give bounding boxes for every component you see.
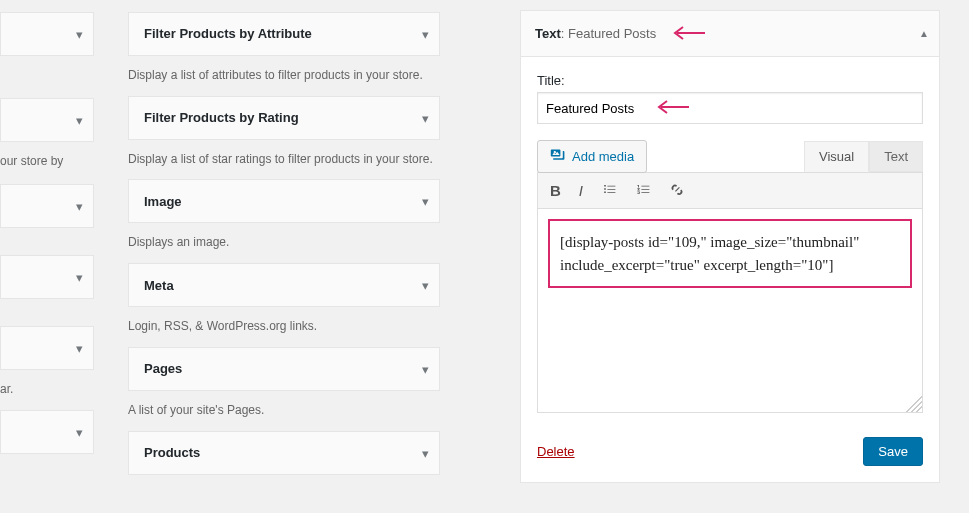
chevron-down-icon: ▾ xyxy=(76,198,83,213)
widget-panel-header[interactable]: Text: Featured Posts ▲ xyxy=(520,10,940,56)
save-button[interactable]: Save xyxy=(863,437,923,466)
chevron-down-icon: ▾ xyxy=(76,269,83,284)
title-label: Title: xyxy=(537,73,923,88)
widget-item-truncated[interactable]: ▾ xyxy=(0,12,94,56)
widget-products[interactable]: Products ▾ xyxy=(128,431,440,475)
widget-desc-truncated xyxy=(0,307,94,326)
resize-handle[interactable] xyxy=(906,396,922,412)
chevron-down-icon: ▾ xyxy=(422,194,429,209)
widget-pages[interactable]: Pages ▾ xyxy=(128,347,440,391)
widget-image[interactable]: Image ▾ xyxy=(128,179,440,223)
chevron-down-icon: ▾ xyxy=(422,278,429,293)
widget-desc: Display a list of star ratings to filter… xyxy=(128,148,440,180)
annotation-arrow-icon xyxy=(671,23,705,46)
chevron-down-icon: ▾ xyxy=(76,340,83,355)
media-icon xyxy=(550,147,566,166)
widget-item-truncated[interactable]: ▾ xyxy=(0,410,94,454)
title-input[interactable] xyxy=(537,92,923,124)
chevron-down-icon: ▾ xyxy=(76,26,83,41)
panel-header-title: : Featured Posts xyxy=(561,26,656,41)
widget-desc: Display a list of attributes to filter p… xyxy=(128,64,440,96)
widget-title: Pages xyxy=(144,361,182,376)
widget-title: Image xyxy=(144,194,182,209)
link-button[interactable] xyxy=(669,181,685,200)
annotation-highlight: [display-posts id="109," image_size="thu… xyxy=(548,219,912,288)
widget-desc xyxy=(128,0,440,12)
widget-desc: A list of your site's Pages. xyxy=(128,399,440,431)
widget-filter-attribute[interactable]: Filter Products by Attribute ▾ xyxy=(128,12,440,56)
widget-desc-truncated: our store by xyxy=(0,150,94,184)
widget-desc: Displays an image. xyxy=(128,231,440,263)
delete-link[interactable]: Delete xyxy=(537,444,575,459)
widget-item-truncated[interactable]: ▾ xyxy=(0,184,94,228)
chevron-down-icon: ▾ xyxy=(422,26,429,41)
widget-filter-rating[interactable]: Filter Products by Rating ▾ xyxy=(128,96,440,140)
widget-title: Products xyxy=(144,445,200,460)
widget-title: Meta xyxy=(144,278,174,293)
widget-item-truncated[interactable]: ▾ xyxy=(0,255,94,299)
widget-desc-truncated: ar. xyxy=(0,378,94,410)
chevron-down-icon: ▾ xyxy=(422,445,429,460)
widget-desc: Login, RSS, & WordPress.org links. xyxy=(128,315,440,347)
chevron-down-icon: ▾ xyxy=(422,361,429,376)
editor-content-area[interactable]: [display-posts id="109," image_size="thu… xyxy=(537,208,923,413)
italic-button[interactable]: I xyxy=(579,182,583,199)
panel-header-type: Text xyxy=(535,26,561,41)
add-media-label: Add media xyxy=(572,149,634,164)
widget-item-truncated[interactable]: ▾ xyxy=(0,326,94,370)
chevron-down-icon: ▾ xyxy=(422,110,429,125)
widget-item-truncated[interactable]: ▾ xyxy=(0,98,94,142)
annotation-arrow-icon xyxy=(655,99,689,118)
widget-desc-truncated xyxy=(0,64,94,98)
numbered-list-button[interactable] xyxy=(635,181,651,200)
add-media-button[interactable]: Add media xyxy=(537,140,647,173)
tab-text[interactable]: Text xyxy=(869,141,923,172)
widget-title: Filter Products by Rating xyxy=(144,110,299,125)
bold-button[interactable]: B xyxy=(550,182,561,199)
widget-meta[interactable]: Meta ▾ xyxy=(128,263,440,307)
widget-desc-truncated: A list or dropdown of categories. xyxy=(0,0,94,12)
widget-desc-truncated xyxy=(0,236,94,255)
chevron-down-icon: ▾ xyxy=(76,112,83,127)
shortcode-text: [display-posts id="109," image_size="thu… xyxy=(560,234,859,273)
widget-title: Filter Products by Attribute xyxy=(144,26,312,41)
bullet-list-button[interactable] xyxy=(601,181,617,200)
widget-panel-body: Title: Add media Visual Text xyxy=(520,56,940,483)
chevron-down-icon: ▾ xyxy=(76,424,83,439)
triangle-up-icon: ▲ xyxy=(919,28,929,39)
editor-toolbar: B I xyxy=(537,172,923,208)
tab-visual[interactable]: Visual xyxy=(804,141,869,172)
